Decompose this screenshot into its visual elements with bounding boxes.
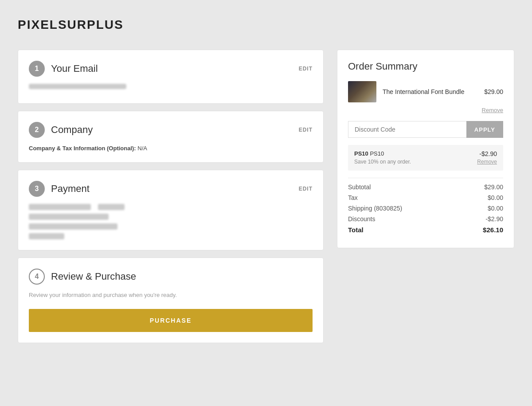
shipping-label: Shipping (8030825)	[348, 205, 402, 212]
product-image	[348, 81, 376, 102]
main-content: 1 Your Email EDIT 2 Company EDIT	[18, 50, 514, 343]
shipping-value: $0.00	[488, 205, 503, 212]
discount-row: APPLY	[348, 121, 503, 138]
discounts-label: Discounts	[348, 215, 375, 223]
coupon-right: -$2.90 Remove	[477, 150, 497, 165]
email-step-left: 1 Your Email	[29, 61, 98, 77]
payment-blurred-1	[29, 204, 91, 210]
summary-divider	[348, 178, 503, 178]
subtotal-label: Subtotal	[348, 183, 371, 191]
company-info-label: Company & Tax Information (Optional):	[29, 145, 136, 152]
payment-blurred-4	[29, 223, 117, 230]
coupon-row: PS10 PS10 Save 10% on any order. -$2.90 …	[348, 145, 503, 171]
payment-step-badge: 3	[29, 181, 45, 197]
company-step-left: 2 Company	[29, 122, 93, 138]
discounts-line: Discounts -$2.90	[348, 215, 503, 223]
payment-blurred-3	[29, 214, 109, 220]
coupon-codes: PS10 PS10	[354, 150, 411, 157]
product-image-inner	[348, 81, 376, 102]
payment-step-content	[29, 204, 313, 239]
total-label: Total	[348, 226, 364, 234]
review-step-content: Review your information and purchase whe…	[29, 292, 313, 332]
email-step-content	[29, 84, 313, 89]
company-step-badge: 2	[29, 122, 45, 138]
review-step-left: 4 Review & Purchase	[29, 269, 136, 285]
email-edit-link[interactable]: EDIT	[299, 66, 313, 72]
review-description: Review your information and purchase whe…	[29, 292, 313, 298]
review-step-card: 4 Review & Purchase Review your informat…	[18, 258, 324, 343]
subtotal-line: Subtotal $29.00	[348, 183, 503, 191]
product-row: The International Font Bundle $29.00	[348, 81, 503, 102]
company-step-content: Company & Tax Information (Optional): N/…	[29, 145, 313, 152]
coupon-code-bold: PS10	[354, 150, 368, 157]
coupon-remove-link[interactable]: Remove	[477, 159, 497, 165]
apply-discount-button[interactable]: APPLY	[466, 121, 503, 138]
email-step-title: Your Email	[51, 63, 98, 74]
payment-blurred-5	[29, 233, 64, 239]
product-price: $29.00	[484, 88, 503, 95]
left-column: 1 Your Email EDIT 2 Company EDIT	[18, 50, 324, 343]
coupon-left: PS10 PS10 Save 10% on any order.	[354, 150, 411, 165]
discounts-value: -$2.90	[485, 215, 503, 223]
payment-step-title: Payment	[51, 183, 90, 195]
product-remove-link[interactable]: Remove	[482, 107, 503, 113]
coupon-code-plain: PS10	[370, 150, 384, 157]
right-column: Order Summary The International Font Bun…	[337, 50, 514, 248]
review-step-header: 4 Review & Purchase	[29, 269, 313, 285]
payment-step-card: 3 Payment EDIT	[18, 170, 324, 250]
purchase-button[interactable]: PURCHASE	[29, 309, 313, 332]
page-wrapper: PIXELSURPLUS 1 Your Email EDIT	[0, 18, 532, 343]
company-step-card: 2 Company EDIT Company & Tax Information…	[18, 111, 324, 163]
tax-label: Tax	[348, 194, 358, 201]
company-step-header: 2 Company EDIT	[29, 122, 313, 138]
total-line: Total $26.10	[348, 226, 503, 234]
email-step-header: 1 Your Email EDIT	[29, 61, 313, 77]
order-summary-card: Order Summary The International Font Bun…	[337, 50, 514, 248]
company-info-text: Company & Tax Information (Optional): N/…	[29, 145, 313, 152]
company-step-title: Company	[51, 124, 93, 136]
total-value: $26.10	[483, 226, 503, 234]
tax-line: Tax $0.00	[348, 194, 503, 201]
email-step-card: 1 Your Email EDIT	[18, 50, 324, 104]
company-edit-link[interactable]: EDIT	[299, 127, 313, 133]
product-name: The International Font Bundle	[383, 88, 478, 95]
product-remove-container: Remove	[348, 106, 503, 114]
shipping-line: Shipping (8030825) $0.00	[348, 205, 503, 212]
payment-step-left: 3 Payment	[29, 181, 90, 197]
tax-value: $0.00	[488, 194, 503, 201]
payment-row-1	[29, 204, 313, 210]
payment-blurred-2	[98, 204, 125, 210]
subtotal-value: $29.00	[484, 183, 503, 191]
email-blurred-value	[29, 84, 126, 89]
site-logo: PIXELSURPLUS	[18, 18, 514, 32]
coupon-description: Save 10% on any order.	[354, 159, 411, 165]
payment-step-header: 3 Payment EDIT	[29, 181, 313, 197]
discount-code-input[interactable]	[348, 121, 466, 138]
order-summary-title: Order Summary	[348, 61, 503, 72]
payment-edit-link[interactable]: EDIT	[299, 186, 313, 192]
coupon-amount: -$2.90	[477, 150, 497, 157]
email-step-badge: 1	[29, 61, 45, 77]
review-step-badge: 4	[29, 269, 45, 285]
review-step-title: Review & Purchase	[51, 271, 136, 282]
company-info-value: N/A	[137, 145, 147, 152]
